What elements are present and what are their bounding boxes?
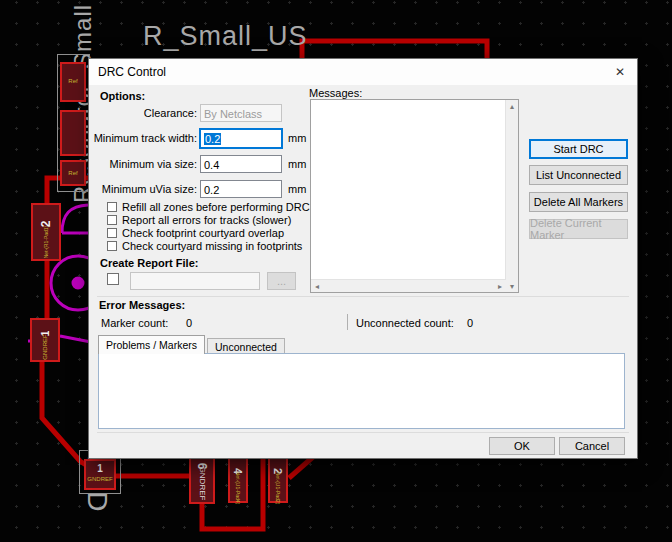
pad-net-label: Net-(U1-Pad4) — [235, 472, 241, 505]
tab-unconnected[interactable]: Unconnected — [207, 338, 285, 354]
pad-net-label: Ref — [68, 170, 77, 176]
track-width-input[interactable]: 0.2 — [200, 129, 282, 148]
checkbox-label: Check footprint courtyard overlap — [122, 227, 284, 239]
pad-net-label: Net-(R1-Pad1) — [43, 226, 49, 259]
via-size-input[interactable]: 0.4 — [200, 155, 282, 173]
pad-net-label: Ref — [68, 78, 77, 84]
vertical-scrollbar[interactable]: ▴ ▾ — [505, 100, 518, 292]
checkbox-box[interactable] — [107, 273, 119, 285]
list-unconnected-button[interactable]: List Unconnected — [529, 165, 628, 185]
checkbox-label: Refill all zones before performing DRC — [122, 201, 310, 213]
track-width-unit: mm — [288, 132, 306, 144]
pcb-editor-canvas[interactable]: Resonator_Small R_Small_US LED C Ref Ref… — [0, 0, 672, 542]
checkbox-box[interactable] — [107, 202, 117, 212]
pad-bottom-4[interactable]: 4 Net-(U1-Pad4) — [228, 457, 248, 503]
selected-text: 0.2 — [204, 133, 221, 145]
scroll-up-icon[interactable]: ▴ — [506, 100, 518, 112]
ok-button[interactable]: OK — [489, 437, 555, 455]
pad-topleft-a[interactable]: Ref — [60, 62, 86, 102]
pad-net-label: GNDREF — [87, 476, 112, 482]
silk-label-rsmall: R_Small_US — [143, 21, 308, 52]
uvia-size-input[interactable]: 0.2 — [200, 180, 282, 198]
pad-topleft-c[interactable]: Ref — [60, 160, 86, 186]
checkbox-report-all-errors[interactable]: Report all errors for tracks (slower) — [107, 214, 291, 226]
browse-button: ... — [267, 272, 296, 290]
pad-bottom-1[interactable]: 1 GNDREF — [84, 459, 116, 490]
via-size-label: Minimum via size: — [89, 158, 197, 170]
uvia-size-label: Minimum uVia size: — [89, 183, 197, 195]
report-path-input — [130, 272, 260, 290]
pad-net-label: GNDREF — [198, 467, 207, 501]
count-divider — [347, 314, 348, 330]
checkbox-courtyard-overlap[interactable]: Check footprint courtyard overlap — [107, 227, 284, 239]
pad-net-label: GNDREF — [42, 334, 48, 359]
create-report-heading: Create Report File: — [100, 257, 198, 269]
checkbox-label: Check courtyard missing in footprints — [122, 240, 302, 252]
start-drc-button[interactable]: Start DRC — [529, 139, 628, 159]
messages-box: ▴ ▾ ◂ ▸ — [310, 99, 519, 293]
clearance-value: By Netclass — [204, 108, 262, 120]
horizontal-scrollbar[interactable]: ◂ ▸ — [311, 279, 506, 292]
uvia-size-value: 0.2 — [204, 184, 219, 196]
trace-purple-center — [73, 278, 83, 288]
unconnected-count-value: 0 — [467, 317, 473, 329]
pad-bottom-6[interactable]: 6 GNDREF — [189, 453, 215, 504]
track-width-label: Minimum track width: — [89, 132, 197, 144]
uvia-size-unit: mm — [288, 183, 306, 195]
checkbox-courtyard-missing[interactable]: Check courtyard missing in footprints — [107, 240, 302, 252]
dialog-title: DRC Control — [89, 65, 603, 79]
dialog-titlebar[interactable]: DRC Control ✕ — [89, 59, 637, 85]
pad-net-label: Net-(U1-Pad2) — [275, 472, 281, 505]
checkbox-box[interactable] — [107, 228, 117, 238]
unconnected-count-label: Unconnected count: — [356, 317, 454, 329]
problems-list[interactable] — [98, 353, 625, 429]
delete-current-marker-button: Delete Current Marker — [529, 219, 628, 239]
options-heading: Options: — [100, 90, 145, 102]
messages-label: Messages: — [309, 87, 362, 99]
create-report-checkbox[interactable] — [107, 273, 119, 285]
footer-divider — [97, 432, 629, 433]
delete-all-markers-button[interactable]: Delete All Markers — [529, 192, 628, 212]
cancel-button[interactable]: Cancel — [559, 437, 625, 455]
drc-control-dialog: DRC Control ✕ Options: Clearance: By Net… — [88, 58, 638, 459]
scroll-right-icon[interactable]: ▸ — [494, 280, 506, 292]
pad-topleft-b[interactable] — [60, 110, 86, 156]
scroll-left-icon[interactable]: ◂ — [311, 280, 323, 292]
via-size-unit: mm — [288, 158, 306, 170]
checkbox-box[interactable] — [107, 215, 117, 225]
via-size-value: 0.4 — [204, 159, 219, 171]
pad-left-1[interactable]: 1 GNDREF — [30, 318, 60, 362]
close-icon[interactable]: ✕ — [603, 59, 637, 85]
tab-problems-markers[interactable]: Problems / Markers — [98, 335, 205, 354]
dialog-body: Options: Clearance: By Netclass Minimum … — [89, 85, 637, 458]
scroll-down-icon[interactable]: ▾ — [506, 280, 518, 292]
checkbox-label: Report all errors for tracks (slower) — [122, 214, 291, 226]
error-messages-heading: Error Messages: — [99, 299, 185, 311]
checkbox-box[interactable] — [107, 241, 117, 251]
pad-bottom-2[interactable]: 2 Net-(U1-Pad2) — [268, 457, 288, 503]
section-divider — [97, 296, 629, 297]
clearance-label: Clearance: — [89, 107, 197, 119]
clearance-field: By Netclass — [200, 104, 282, 122]
trace-left-bottom — [42, 358, 86, 465]
pad-number: 1 — [97, 463, 103, 474]
marker-count-value: 0 — [186, 317, 192, 329]
results-tabs: Problems / Markers Unconnected — [98, 335, 285, 354]
pad-left-2[interactable]: 2 Net-(R1-Pad1) — [31, 203, 61, 261]
checkbox-refill-zones[interactable]: Refill all zones before performing DRC — [107, 201, 310, 213]
marker-count-label: Marker count: — [101, 317, 168, 329]
